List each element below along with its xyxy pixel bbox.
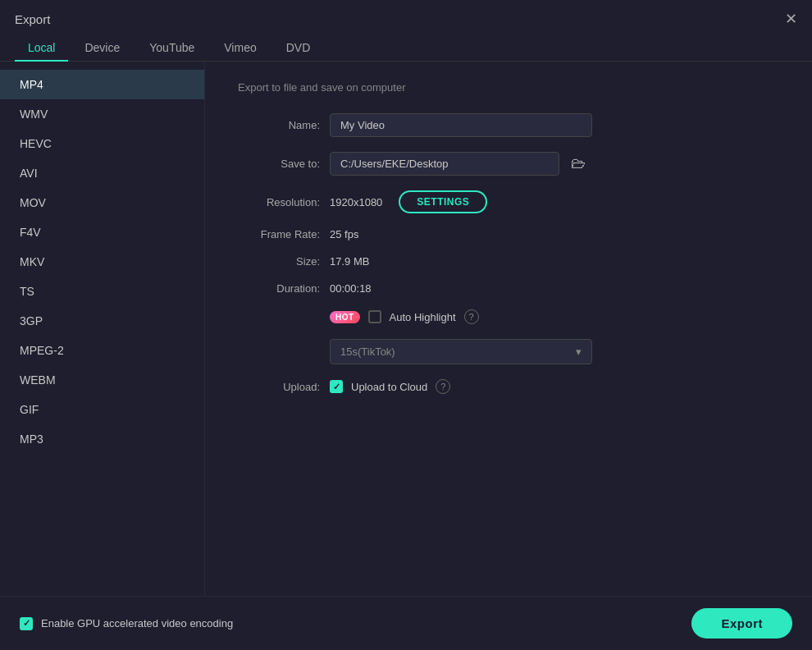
frame-rate-label: Frame Rate: [238,228,320,240]
sidebar-item-3gp[interactable]: 3GP [0,306,204,336]
tab-dvd[interactable]: DVD [273,34,324,61]
upload-label: Upload: [238,381,320,393]
dialog-title: Export [15,12,50,26]
gpu-encoding-row: Enable GPU accelerated video encoding [20,617,233,630]
name-row: Name: [238,113,779,137]
sidebar-item-wmv[interactable]: WMV [0,99,204,129]
auto-highlight-label: Auto Highlight [390,311,456,323]
sidebar-item-mkv[interactable]: MKV [0,247,204,277]
save-to-label: Save to: [238,158,320,170]
gpu-encoding-checkbox[interactable] [20,617,33,630]
size-row: Size: 17.9 MB [238,255,779,268]
frame-rate-value: 25 fps [330,228,358,240]
duration-value: 00:00:18 [330,282,372,295]
sidebar-item-webm[interactable]: WEBM [0,365,204,395]
upload-controls: Upload to Cloud ? [330,379,450,394]
duration-row: Duration: 00:00:18 [238,282,779,295]
tiktok-select[interactable]: 15s(TikTok) ▾ [330,339,592,364]
tab-device[interactable]: Device [71,34,133,61]
close-button[interactable]: ✕ [785,11,797,26]
name-label: Name: [238,119,320,131]
upload-row: Upload: Upload to Cloud ? [238,379,779,394]
resolution-value: 1920x1080 [330,196,382,208]
hot-badge: HOT [330,311,360,323]
sidebar-item-mpeg2[interactable]: MPEG-2 [0,336,204,365]
settings-button[interactable]: SETTINGS [399,190,487,213]
content-area: MP4 WMV HEVC AVI MOV F4V MKV TS 3GP MPEG… [0,62,812,596]
tiktok-chevron-icon: ▾ [576,346,582,358]
frame-rate-row: Frame Rate: 25 fps [238,228,779,240]
tab-local[interactable]: Local [15,34,68,61]
format-sidebar: MP4 WMV HEVC AVI MOV F4V MKV TS 3GP MPEG… [0,62,205,596]
sidebar-item-avi[interactable]: AVI [0,158,204,188]
save-to-row: Save to: 🗁 [238,152,779,176]
auto-highlight-help-icon[interactable]: ? [464,309,479,324]
name-input[interactable] [330,113,592,137]
sidebar-item-mov[interactable]: MOV [0,188,204,217]
gpu-encoding-label: Enable GPU accelerated video encoding [41,617,233,629]
export-description: Export to file and save on computer [238,81,779,94]
main-panel: Export to file and save on computer Name… [205,62,812,596]
tab-bar: Local Device YouTube Vimeo DVD [0,34,812,62]
sidebar-item-mp4[interactable]: MP4 [0,70,204,99]
export-button[interactable]: Export [691,608,792,639]
tiktok-option-label: 15s(TikTok) [340,346,395,358]
auto-highlight-row: HOT Auto Highlight ? [238,309,779,324]
resolution-row: Resolution: 1920x1080 SETTINGS [238,190,779,213]
sidebar-item-hevc[interactable]: HEVC [0,129,204,158]
sidebar-item-gif[interactable]: GIF [0,395,204,424]
size-label: Size: [238,255,320,268]
footer: Enable GPU accelerated video encoding Ex… [0,596,812,650]
auto-highlight-checkbox[interactable] [368,310,381,323]
resolution-controls: 1920x1080 SETTINGS [330,190,487,213]
auto-highlight-controls: HOT Auto Highlight ? [330,309,479,324]
resolution-label: Resolution: [238,196,320,208]
sidebar-item-mp3[interactable]: MP3 [0,424,204,454]
save-to-controls: 🗁 [330,152,591,176]
browse-folder-button[interactable]: 🗁 [566,153,591,174]
sidebar-item-f4v[interactable]: F4V [0,217,204,247]
upload-to-cloud-checkbox[interactable] [330,380,343,393]
size-value: 17.9 MB [330,255,369,268]
duration-label: Duration: [238,282,320,295]
tab-vimeo[interactable]: Vimeo [211,34,269,61]
tab-youtube[interactable]: YouTube [136,34,208,61]
export-dialog: Export ✕ Local Device YouTube Vimeo DVD … [0,0,812,650]
upload-to-cloud-label: Upload to Cloud [351,381,427,393]
sidebar-item-ts[interactable]: TS [0,277,204,306]
title-bar: Export ✕ [0,0,812,34]
save-to-input[interactable] [330,152,559,176]
upload-help-icon[interactable]: ? [436,379,450,394]
